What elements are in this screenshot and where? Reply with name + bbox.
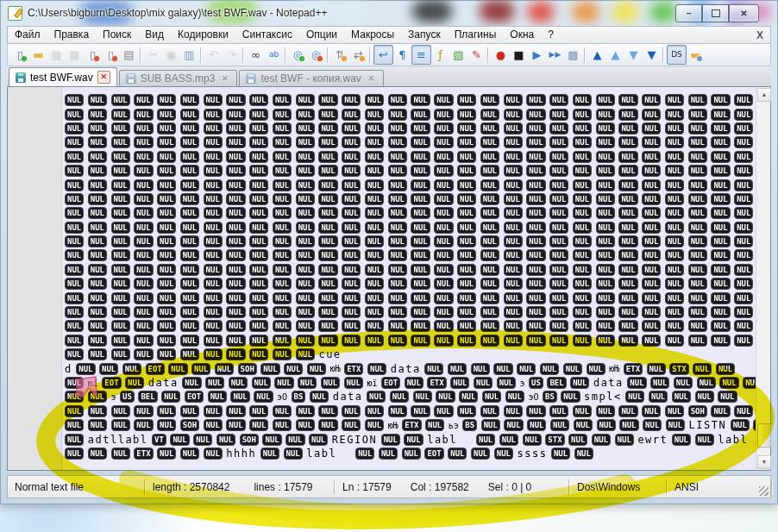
menu-item-Опции[interactable]: Опции bbox=[299, 27, 344, 43]
minimize-button[interactable]: – bbox=[675, 4, 702, 22]
redo-button[interactable]: ↷ bbox=[223, 46, 241, 64]
control-char-NUL: NUL bbox=[226, 405, 245, 417]
macro-stop-button[interactable]: ■ bbox=[510, 46, 528, 64]
paste-button[interactable]: ▥ bbox=[180, 46, 198, 64]
collapse-all-button[interactable]: ▲ bbox=[588, 46, 606, 64]
control-char-NUL: NUL bbox=[249, 179, 268, 191]
scrollbar-thumb[interactable] bbox=[757, 423, 771, 448]
control-char-EOT: EOT bbox=[381, 377, 400, 389]
tab-close-icon[interactable]: ✕ bbox=[97, 71, 110, 84]
control-char-NUL: NUL bbox=[504, 151, 523, 163]
tab-test BWF - копия.wav[interactable]: test BWF - копия.wav✕ bbox=[239, 70, 383, 86]
menu-item-Окна[interactable]: Окна bbox=[503, 27, 541, 43]
editor-text[interactable]: NULNULNULNULNULNULNULNULNULNULNULNULNULN… bbox=[62, 87, 756, 470]
show-all-characters-button[interactable]: ¶ bbox=[393, 46, 411, 64]
control-char-NUL: NUL bbox=[273, 292, 292, 304]
text-token: ssss bbox=[518, 448, 548, 460]
scroll-up-arrow-icon[interactable]: ▲ bbox=[757, 88, 771, 102]
save-all-button[interactable]: ▦ bbox=[66, 46, 84, 64]
control-char-NUL: NUL bbox=[365, 264, 384, 276]
vertical-scrollbar[interactable]: ▲ ▼ bbox=[756, 87, 770, 470]
control-char-NUL: NUL bbox=[665, 109, 684, 121]
menu-item-Кодировки[interactable]: Кодировки bbox=[171, 27, 235, 43]
control-char-ETX: ETX bbox=[427, 377, 446, 389]
control-char-NUL: NUL bbox=[526, 306, 545, 318]
control-char-NUL: NUL bbox=[65, 377, 84, 389]
control-char-NUL: NUL bbox=[573, 249, 592, 261]
copy-button[interactable]: ▣ bbox=[162, 46, 180, 64]
control-char-NUL: NUL bbox=[434, 222, 453, 234]
indent-guide-button[interactable]: ≡ bbox=[411, 45, 431, 65]
find-button[interactable]: ∞ bbox=[247, 46, 265, 64]
tab-close-icon[interactable]: ✕ bbox=[366, 73, 377, 84]
scroll-down-arrow-icon[interactable]: ▼ bbox=[757, 455, 771, 469]
control-char-NUL: NUL bbox=[111, 207, 130, 219]
macro-record-button[interactable]: ● bbox=[492, 46, 510, 64]
control-char-BS: BS bbox=[543, 391, 557, 403]
replace-button[interactable]: ab bbox=[265, 46, 283, 64]
sync-vertical-scroll-button[interactable]: ⇅ bbox=[331, 46, 349, 64]
print-button[interactable]: ▤ bbox=[120, 46, 138, 64]
open-folder-button[interactable]: ▬ bbox=[29, 46, 47, 64]
menu-item-Запуск[interactable]: Запуск bbox=[401, 27, 448, 43]
sync-horizontal-scroll-button[interactable]: ⇄ bbox=[349, 46, 367, 64]
control-char-NUL: NUL bbox=[731, 419, 750, 431]
macro-playback-button[interactable]: ▶ bbox=[528, 46, 546, 64]
document-map-button[interactable]: ▧ bbox=[449, 46, 467, 64]
control-char-NUL: NUL bbox=[734, 151, 753, 163]
control-char-NUL: NUL bbox=[296, 122, 315, 135]
undo-button[interactable]: ↶ bbox=[204, 46, 223, 64]
resize-grip[interactable] bbox=[759, 486, 769, 496]
control-char-NUL: NUL bbox=[504, 320, 523, 332]
control-char-NUL: NUL bbox=[88, 122, 107, 135]
zoom-out-button[interactable]: ◎ bbox=[307, 46, 325, 64]
control-char-NUL: NUL bbox=[711, 94, 730, 106]
close-button[interactable]: ✕ bbox=[729, 4, 759, 22]
control-char-NUL: NUL bbox=[457, 335, 476, 347]
new-file-button[interactable]: ▯ bbox=[11, 46, 29, 64]
maximize-button[interactable] bbox=[702, 4, 729, 22]
menu-item-Поиск[interactable]: Поиск bbox=[96, 27, 138, 43]
dspellcheck-button[interactable]: DS bbox=[667, 45, 687, 65]
status-insert-mode[interactable]: INS bbox=[773, 476, 778, 498]
tab-close-icon[interactable]: ✕ bbox=[219, 73, 230, 84]
title-bar[interactable]: C:\Users\bigburn\Desktop\mix galaxy)\tes… bbox=[0, 0, 778, 26]
menu-item-Правка[interactable]: Правка bbox=[47, 27, 97, 43]
uncollapse-current-button[interactable]: ▲ bbox=[606, 46, 624, 64]
menu-item-Вид[interactable]: Вид bbox=[138, 27, 171, 43]
document-switcher-button[interactable]: ✎ bbox=[467, 46, 486, 64]
save-button[interactable]: ▦ bbox=[47, 46, 66, 64]
control-char-NUL: NUL bbox=[379, 448, 398, 460]
zoom-in-button[interactable]: ◎ bbox=[289, 46, 307, 64]
function-list-button[interactable]: ƒ bbox=[431, 46, 449, 64]
control-char-NUL: NUL bbox=[695, 434, 714, 446]
macro-save-button[interactable]: ▩ bbox=[564, 46, 582, 64]
macro-run-multiple-button[interactable]: ▶▶ bbox=[546, 46, 564, 64]
control-char-NUL: NUL bbox=[457, 264, 476, 276]
close-file-button[interactable]: ▯ bbox=[84, 46, 102, 64]
cut-button[interactable]: ✂ bbox=[144, 46, 162, 64]
status-eol-format[interactable]: Dos\Windows bbox=[570, 476, 666, 498]
control-char-NUL: NUL bbox=[665, 165, 684, 177]
menu-item-?[interactable]: ? bbox=[541, 27, 561, 43]
menu-item-Макросы[interactable]: Макросы bbox=[344, 27, 401, 43]
collapse-current-button[interactable]: ▼ bbox=[624, 46, 643, 64]
editor-margin[interactable] bbox=[8, 87, 62, 470]
open-containing-folder-button[interactable]: ▬ bbox=[687, 46, 705, 64]
text-token: smpl< bbox=[584, 391, 622, 403]
close-all-files-button[interactable]: ▯ bbox=[102, 46, 120, 64]
control-char-NUL: NUL bbox=[596, 264, 615, 276]
tab-test BWF.wav[interactable]: test BWF.wav✕ bbox=[9, 67, 117, 86]
word-wrap-button[interactable]: ↩ bbox=[373, 45, 393, 65]
menubar-close-button[interactable]: X bbox=[756, 29, 763, 41]
status-encoding[interactable]: ANSI bbox=[668, 476, 771, 498]
control-char-NUL: NUL bbox=[296, 207, 315, 219]
tab-SUB BASS.mp3[interactable]: SUB BASS.mp3✕ bbox=[119, 70, 238, 86]
menu-item-Плагины[interactable]: Плагины bbox=[448, 27, 504, 43]
uncollapse-all-button[interactable]: ▼ bbox=[643, 46, 661, 64]
toolbar-separator bbox=[283, 47, 289, 63]
menu-item-Файл[interactable]: Файл bbox=[8, 27, 47, 43]
control-char-NUL: NUL bbox=[480, 264, 499, 276]
control-char-NUL: NUL bbox=[549, 222, 568, 234]
menu-item-Синтаксис[interactable]: Синтаксис bbox=[235, 27, 299, 43]
